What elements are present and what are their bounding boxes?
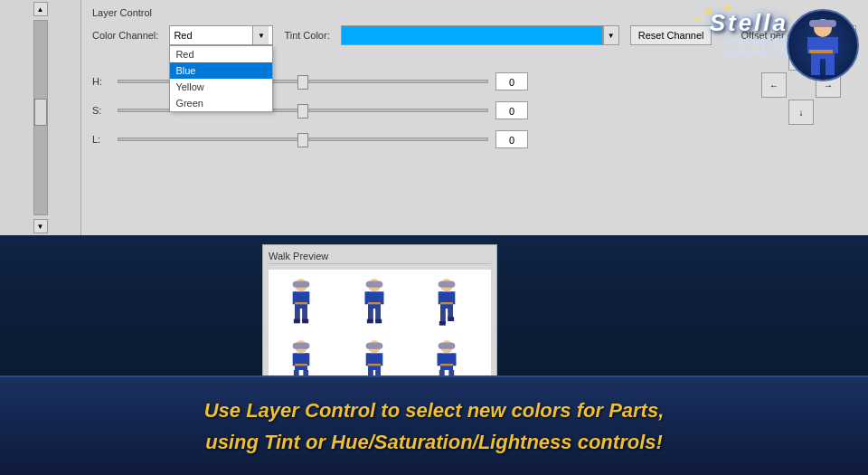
light-thumb[interactable] (297, 133, 308, 147)
color-channel-label: Color Channel: (92, 30, 158, 41)
star-2: ✦ (693, 14, 701, 24)
scroll-thumb[interactable] (34, 99, 47, 126)
svg-rect-61 (809, 20, 836, 27)
dir-empty-bl (761, 100, 787, 125)
sprite-3 (418, 273, 476, 331)
svg-rect-29 (440, 302, 453, 304)
svg-rect-31 (293, 343, 310, 349)
banner-line-2: using Tint or Hue/Saturation/Lightness c… (204, 426, 665, 458)
left-scrollbar: ▲ ▼ (0, 0, 81, 235)
svg-rect-11 (365, 281, 382, 288)
svg-rect-28 (448, 317, 454, 321)
tint-color-label: Tint Color: (284, 30, 329, 41)
light-value: 0 (495, 130, 528, 148)
logo-subtitle-line1: Character (710, 37, 788, 47)
scroll-up-btn[interactable]: ▲ (33, 2, 48, 16)
select-arrow-icon[interactable]: ▼ (252, 26, 269, 44)
dropdown-item-yellow[interactable]: Yellow (170, 79, 272, 95)
tint-color-wrapper: ▼ (341, 25, 619, 45)
svg-rect-17 (366, 319, 373, 324)
dropdown-item-green[interactable]: Green (170, 95, 272, 111)
svg-rect-51 (439, 343, 456, 349)
svg-rect-27 (439, 321, 446, 326)
select-box[interactable]: Red ▼ (169, 25, 273, 45)
svg-rect-21 (439, 281, 456, 288)
svg-rect-66 (826, 59, 835, 75)
svg-rect-12 (368, 291, 381, 309)
hue-thumb[interactable] (297, 75, 308, 90)
svg-rect-67 (809, 50, 833, 53)
svg-rect-65 (811, 59, 820, 75)
bottom-banner: Use Layer Control to select new colors f… (0, 375, 868, 475)
svg-rect-52 (440, 353, 453, 370)
dropdown-item-blue[interactable]: Blue (170, 62, 272, 79)
sprite-1 (272, 273, 330, 331)
sat-label: S: (92, 105, 110, 116)
svg-rect-9 (295, 302, 307, 304)
dropdown-item-red[interactable]: Red (170, 46, 272, 62)
sat-thumb[interactable] (297, 104, 308, 119)
light-row: L: 0 (92, 130, 857, 148)
svg-rect-41 (365, 343, 382, 349)
logo-circle (787, 9, 859, 81)
logo-text: Stella Character Generator (710, 9, 788, 57)
svg-rect-39 (295, 364, 307, 366)
hue-label: H: (92, 76, 110, 87)
banner-text: Use Layer Control to select new colors f… (204, 394, 665, 458)
banner-line-1: Use Layer Control to select new colors f… (204, 394, 665, 426)
logo-stella: Stella (710, 9, 788, 37)
svg-rect-7 (294, 319, 300, 324)
svg-rect-18 (375, 319, 382, 324)
light-label: L: (92, 134, 110, 145)
svg-rect-25 (440, 309, 446, 323)
svg-rect-8 (302, 319, 308, 324)
logo-subtitle-line2: Generator (710, 47, 788, 57)
svg-rect-59 (440, 364, 453, 366)
scroll-down-btn[interactable]: ▼ (33, 219, 48, 233)
tint-arrow-btn[interactable]: ▼ (603, 25, 619, 45)
svg-rect-49 (368, 364, 381, 366)
dir-empty-br (816, 100, 841, 125)
svg-rect-1 (293, 281, 310, 288)
scroll-track (33, 20, 48, 215)
logo-area: ✦ ✦ ✦ Stella Character Generator (696, 9, 859, 81)
color-channel-select[interactable]: Red ▼ Red Blue Yellow Green (169, 25, 273, 45)
hue-value: 0 (495, 72, 528, 90)
walk-preview-title: Walk Preview (269, 251, 491, 264)
dir-down-btn[interactable]: ↓ (788, 100, 814, 125)
svg-rect-19 (368, 302, 381, 304)
select-value: Red (174, 30, 192, 41)
tint-color-bar[interactable] (341, 25, 603, 45)
sat-value: 0 (495, 101, 528, 119)
dropdown-menu: Red Blue Yellow Green (169, 45, 273, 112)
sprite-2 (345, 273, 403, 331)
light-track[interactable] (118, 138, 488, 141)
